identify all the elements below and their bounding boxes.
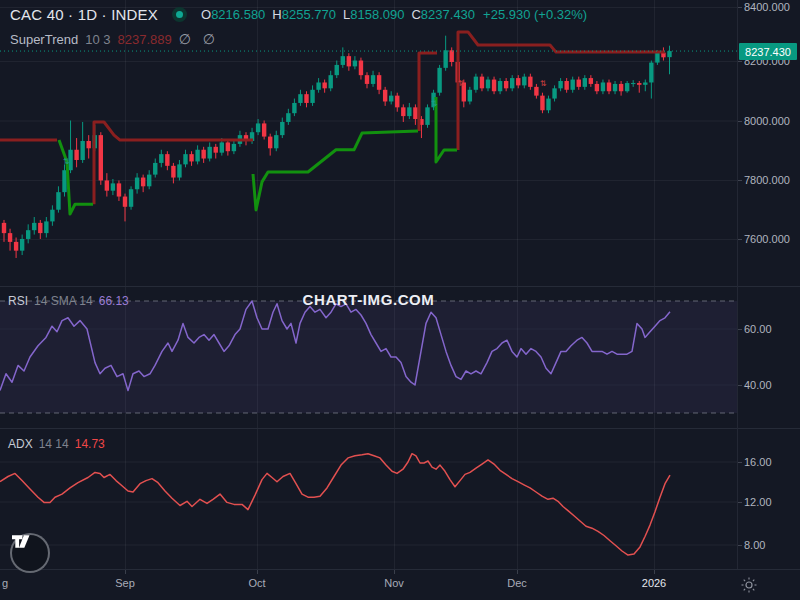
supertrend-legend[interactable]: SuperTrend 10 3 8237.889 ∅ ∅	[10, 31, 219, 47]
time-axis-label: Sep	[115, 577, 135, 589]
symbol-title[interactable]: CAC 40 · 1D · INDEX	[10, 6, 158, 23]
open-label: O	[201, 7, 211, 22]
panel-separator-rsi-adx[interactable]	[0, 428, 800, 429]
close-label: C	[411, 7, 420, 22]
adx-axis-label: 16.00	[744, 456, 772, 468]
svg-text:⇅: ⇅	[458, 79, 465, 88]
time-axis-separator	[0, 569, 800, 570]
price-axis-label: 8000.000	[744, 115, 790, 127]
tradingview-logo-glyph	[12, 535, 30, 548]
time-axis-label: 2026	[642, 577, 666, 589]
market-status-dot[interactable]	[172, 7, 187, 22]
panel-separator-main-rsi[interactable]	[0, 286, 800, 287]
time-axis-label: Nov	[384, 577, 404, 589]
svg-text:⇅: ⇅	[63, 157, 70, 166]
tradingview-logo[interactable]	[10, 533, 50, 573]
adx-title: ADX	[8, 437, 33, 451]
adx-legend[interactable]: ADX 14 14 14.73	[8, 437, 105, 451]
watermark: CHART-IMG.COM	[0, 291, 737, 308]
market-status-dot-inner	[176, 11, 183, 18]
price-axis-label: 8400.000	[744, 1, 790, 13]
high-value: 8255.770	[282, 7, 336, 22]
tradingview-chart: ⇅⇅⇅⇅ CAC 40 · 1D · INDEX O8216.580 H8255…	[0, 0, 800, 600]
price-badge: 8237.430	[739, 43, 797, 60]
high-label: H	[272, 7, 281, 22]
open-value: 8216.580	[211, 7, 265, 22]
adx-axis-label: 8.00	[744, 539, 765, 551]
ohlc-values: O8216.580 H8255.770 L8158.090 C8237.430	[201, 7, 475, 22]
rsi-axis-label: 40.00	[744, 379, 772, 391]
rsi-axis-label: 60.00	[744, 323, 772, 335]
supertrend-flags: ∅ ∅	[179, 31, 219, 47]
supertrend-params: 10 3	[85, 32, 110, 47]
price-axis-label: 7800.000	[744, 174, 790, 186]
close-value: 8237.430	[421, 7, 475, 22]
price-axis-separator	[737, 0, 738, 569]
adx-params: 14 14	[39, 437, 69, 451]
price-axis-label: 7600.000	[744, 233, 790, 245]
supertrend-name: SuperTrend	[10, 32, 78, 47]
adx-axis-label: 12.00	[744, 496, 772, 508]
chart-header: CAC 40 · 1D · INDEX O8216.580 H8255.770 …	[10, 6, 587, 23]
low-value: 8158.090	[350, 7, 404, 22]
change-value: +25.930 (+0.32%)	[483, 7, 587, 22]
time-axis-label: g	[2, 577, 8, 589]
time-axis-label: Dec	[507, 577, 527, 589]
adx-value: 14.73	[75, 437, 105, 451]
svg-text:⇅: ⇅	[540, 79, 547, 88]
svg-text:⇅: ⇅	[431, 99, 438, 108]
time-axis-label: Oct	[248, 577, 265, 589]
supertrend-value: 8237.889	[117, 32, 171, 47]
